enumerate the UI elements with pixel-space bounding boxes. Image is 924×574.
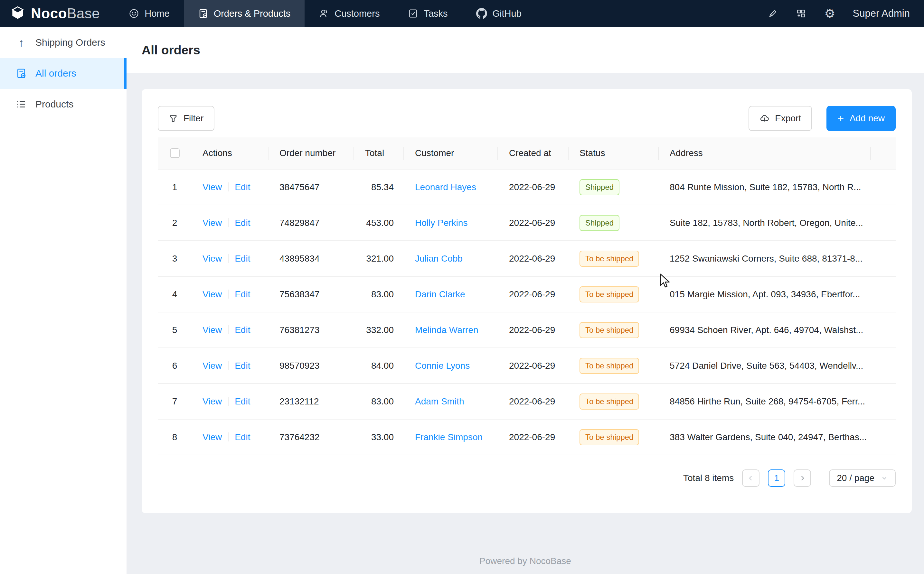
view-link[interactable]: View (202, 361, 222, 371)
status-badge: To be shipped (580, 358, 639, 374)
status-badge: To be shipped (580, 251, 639, 267)
customer-cell: Frankie Simpson (404, 432, 498, 442)
edit-link[interactable]: Edit (235, 218, 250, 228)
smiley-icon (129, 8, 139, 19)
sidebar-item-products[interactable]: Products (0, 89, 126, 120)
nocobase-logo-icon (9, 5, 26, 22)
customer-link[interactable]: Leonard Hayes (415, 182, 476, 192)
created-at-cell: 2022-06-29 (498, 361, 569, 371)
customer-cell: Melinda Warren (404, 325, 498, 335)
order-document-icon (15, 68, 28, 79)
header-customer: Customer (404, 137, 498, 169)
view-link[interactable]: View (202, 396, 222, 406)
view-link[interactable]: View (202, 218, 222, 228)
sidebar-item-label: Products (35, 99, 73, 110)
status-cell: To be shipped (569, 394, 659, 410)
view-link[interactable]: View (202, 325, 222, 335)
order-number-cell: 38475647 (269, 182, 354, 192)
cloud-download-icon (760, 114, 769, 123)
export-button[interactable]: Export (749, 106, 812, 131)
table-row: 7 ViewEdit 23132112 83.00 Adam Smith 202… (158, 384, 896, 419)
view-link[interactable]: View (202, 254, 222, 263)
customer-link[interactable]: Frankie Simpson (415, 432, 483, 442)
order-number-cell: 98570923 (269, 361, 354, 371)
total-cell: 83.00 (354, 289, 404, 300)
person-icon (319, 8, 329, 19)
address-cell: Suite 182, 15783, North Robert, Oregon, … (659, 218, 871, 228)
edit-link[interactable]: Edit (235, 289, 250, 299)
order-number-cell: 73764232 (269, 432, 354, 442)
page-1-button[interactable]: 1 (768, 470, 785, 487)
total-cell: 85.34 (354, 182, 404, 192)
row-index: 3 (158, 254, 191, 264)
customer-cell: Julian Cobb (404, 254, 498, 264)
user-menu[interactable]: Super Admin (853, 8, 910, 19)
orders-card: Filter Export (142, 89, 912, 513)
nav-item-github[interactable]: GitHub (462, 0, 536, 27)
table-row: 4 ViewEdit 75638347 83.00 Darin Clarke 2… (158, 277, 896, 312)
add-new-button[interactable]: + Add new (826, 106, 896, 131)
total-cell: 84.00 (354, 361, 404, 371)
prev-page-button[interactable] (742, 470, 760, 487)
nav-item-label: GitHub (493, 8, 521, 19)
filter-button[interactable]: Filter (158, 106, 215, 131)
next-page-button[interactable] (794, 470, 811, 487)
view-link[interactable]: View (202, 182, 222, 192)
customer-link[interactable]: Adam Smith (415, 396, 464, 406)
customer-link[interactable]: Julian Cobb (415, 254, 463, 263)
created-at-cell: 2022-06-29 (498, 218, 569, 228)
address-cell: 1252 Swaniawski Corners, Suite 688, 8137… (659, 254, 871, 264)
status-cell: To be shipped (569, 286, 659, 303)
action-divider (228, 254, 229, 263)
nav-item-tasks[interactable]: Tasks (394, 0, 462, 27)
nav-item-home[interactable]: Home (115, 0, 183, 27)
action-divider (228, 183, 229, 191)
settings-button[interactable]: ⚙ (815, 0, 844, 27)
ui-editor-button[interactable] (758, 0, 787, 27)
edit-link[interactable]: Edit (235, 396, 250, 406)
nav-item-label: Orders & Products (214, 8, 291, 19)
order-number-cell: 23132112 (269, 396, 354, 407)
view-link[interactable]: View (202, 289, 222, 299)
sidebar-item-shipping-orders[interactable]: ↑ Shipping Orders (0, 27, 126, 58)
table-row: 3 ViewEdit 43895834 321.00 Julian Cobb 2… (158, 241, 896, 277)
nav-item-orders-products[interactable]: Orders & Products (184, 0, 305, 27)
edit-link[interactable]: Edit (235, 182, 250, 192)
customer-cell: Adam Smith (404, 396, 498, 407)
order-number-cell: 75638347 (269, 289, 354, 300)
gear-icon: ⚙ (824, 7, 835, 20)
nav-item-label: Tasks (424, 8, 447, 19)
sidebar-item-all-orders[interactable]: All orders (0, 58, 126, 89)
row-actions: ViewEdit (191, 361, 269, 371)
table-row: 1 ViewEdit 38475647 85.34 Leonard Hayes … (158, 170, 896, 205)
header-extra (871, 137, 896, 169)
nav-item-customers[interactable]: Customers (305, 0, 394, 27)
plugin-manager-button[interactable] (787, 0, 815, 27)
total-cell: 33.00 (354, 432, 404, 442)
page-size-select[interactable]: 20 / page (829, 470, 896, 487)
orders-table: Actions Order number Total Customer Crea… (158, 137, 896, 455)
table-header-row: Actions Order number Total Customer Crea… (158, 137, 896, 170)
nav-item-label: Home (145, 8, 169, 19)
nav-item-label: Customers (335, 8, 379, 19)
customer-link[interactable]: Darin Clarke (415, 289, 465, 299)
edit-link[interactable]: Edit (235, 325, 250, 335)
address-cell: 84856 Hirthe Run, Suite 268, 94754-6705,… (659, 396, 871, 407)
address-cell: 5724 Daniel Drive, Suite 563, 54403, Wen… (659, 361, 871, 371)
nocobase-logo[interactable]: NocoBase (0, 5, 115, 22)
view-link[interactable]: View (202, 432, 222, 442)
github-icon (476, 8, 487, 19)
edit-link[interactable]: Edit (235, 432, 250, 442)
select-all-checkbox[interactable] (170, 148, 180, 158)
row-index: 5 (158, 325, 191, 335)
action-divider (228, 290, 229, 299)
highlighter-icon (768, 8, 778, 19)
header-address: Address (659, 137, 871, 169)
customer-link[interactable]: Melinda Warren (415, 325, 479, 335)
customer-link[interactable]: Connie Lyons (415, 361, 470, 371)
edit-link[interactable]: Edit (235, 254, 250, 263)
edit-link[interactable]: Edit (235, 361, 250, 371)
address-cell: 804 Runte Mission, Suite 182, 15783, Nor… (659, 182, 871, 192)
customer-link[interactable]: Holly Perkins (415, 218, 468, 228)
status-cell: Shipped (569, 215, 659, 231)
